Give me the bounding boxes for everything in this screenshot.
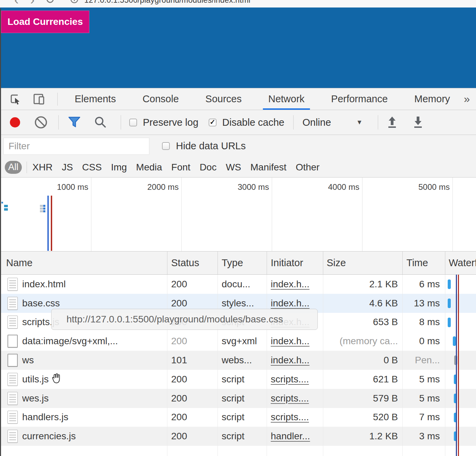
back-icon[interactable]: ‹	[14, 0, 19, 6]
column-divider[interactable]	[218, 252, 218, 274]
rendered-page: Load Currencies	[0, 7, 476, 88]
search-button[interactable]	[93, 115, 108, 130]
network-filter-input[interactable]	[3, 138, 149, 155]
preserve-log-checkbox[interactable]	[129, 119, 137, 126]
export-har-button[interactable]	[412, 115, 425, 130]
disable-cache-label[interactable]: Disable cache	[222, 117, 284, 128]
inspect-element-button[interactable]	[9, 93, 22, 106]
gridline	[181, 178, 182, 251]
column-divider[interactable]	[445, 252, 445, 274]
load-event-line	[51, 196, 52, 251]
devtools-tabs: Elements Console Sources Network Perform…	[72, 88, 453, 110]
tab-memory[interactable]: Memory	[412, 88, 453, 110]
tick-label: 2000 ms	[141, 182, 179, 192]
type-filter-ws[interactable]: WS	[226, 162, 241, 173]
col-header-time[interactable]: Time	[406, 252, 443, 274]
type-filter-other[interactable]: Other	[296, 162, 319, 173]
type-filter-media[interactable]: Media	[136, 162, 162, 173]
col-header-status[interactable]: Status	[171, 252, 215, 274]
initiator-link[interactable]: scripts....	[271, 374, 309, 385]
request-row[interactable]: handlers.js 200 script scripts.... 520 B…	[0, 408, 476, 427]
col-header-size[interactable]: Size	[327, 252, 400, 274]
request-status: 200	[171, 275, 215, 294]
col-header-initiator[interactable]: Initiator	[271, 252, 321, 274]
caret-down-icon[interactable]: ▼	[356, 119, 363, 126]
more-tabs-chevron-icon[interactable]: »	[464, 93, 470, 105]
preserve-log-label[interactable]: Preserve log	[143, 117, 198, 128]
request-size: 520 B	[323, 408, 398, 427]
record-icon[interactable]	[10, 117, 20, 127]
initiator-link[interactable]: index.h...	[271, 336, 310, 347]
overview-request-mark	[4, 205, 8, 207]
col-header-type[interactable]: Type	[222, 252, 264, 274]
request-status: 200	[171, 408, 215, 427]
document-icon	[8, 297, 18, 310]
col-header-waterfall[interactable]: Waterfall	[449, 252, 476, 274]
initiator-link[interactable]: scripts....	[271, 393, 309, 404]
screenshot-root: ‹ › 127.0.0.1:5500/playground/modules/in…	[0, 0, 476, 456]
hide-data-urls-label[interactable]: Hide data URLs	[176, 140, 246, 152]
type-filter-img[interactable]: Img	[111, 162, 127, 173]
tab-console[interactable]: Console	[140, 88, 181, 110]
type-filter-css[interactable]: CSS	[82, 162, 102, 173]
request-status: 200	[171, 427, 215, 446]
request-row[interactable]: index.html 200 docu... index.h... 2.1 KB…	[0, 275, 476, 294]
browser-address-bar: ‹ › 127.0.0.1:5500/playground/modules/in…	[0, 0, 476, 7]
download-icon	[412, 115, 425, 130]
tick-label: 3000 ms	[232, 182, 269, 192]
tab-elements[interactable]: Elements	[72, 88, 119, 110]
col-header-name[interactable]: Name	[6, 252, 163, 274]
tab-sources[interactable]: Sources	[203, 88, 244, 110]
device-toolbar-button[interactable]	[32, 93, 46, 106]
initiator-link[interactable]: index.h...	[271, 279, 310, 290]
request-row[interactable]: currencies.js 200 script handler... 1.2 …	[0, 427, 476, 446]
clear-button[interactable]	[34, 115, 48, 130]
hide-data-urls-checkbox[interactable]	[162, 142, 170, 150]
request-row[interactable]: utils.js 200 script scripts.... 621 B 5 …	[0, 370, 476, 389]
column-divider[interactable]	[267, 252, 267, 274]
url-text[interactable]: 127.0.0.1:5500/playground/modules/index.…	[84, 0, 250, 5]
waterfall-bar	[454, 431, 457, 441]
timeline-overview[interactable]: 1000 ms 2000 ms 3000 ms 4000 ms 5000 ms	[0, 178, 476, 252]
load-currencies-button[interactable]: Load Currencies	[1, 11, 89, 33]
request-row[interactable]: ws 101 webs... index.h... 0 B Pen...	[0, 351, 476, 370]
tab-performance[interactable]: Performance	[328, 88, 390, 110]
initiator-link[interactable]: handler...	[271, 431, 310, 442]
disable-cache-checkbox[interactable]	[209, 119, 217, 126]
request-size: 1.2 KB	[323, 427, 398, 446]
initiator-link[interactable]: scripts....	[271, 412, 309, 423]
overview-request-mark	[40, 210, 45, 212]
site-info-icon[interactable]	[70, 0, 79, 5]
column-divider[interactable]	[402, 252, 403, 274]
gridline	[91, 178, 91, 251]
initiator-link[interactable]: index.h...	[271, 298, 310, 309]
column-divider[interactable]	[323, 252, 323, 274]
type-filter-doc[interactable]: Doc	[199, 162, 217, 173]
filter-toggle-button[interactable]	[68, 116, 81, 128]
type-filter-manifest[interactable]: Manifest	[250, 162, 286, 173]
request-type: script	[222, 408, 264, 427]
request-time: 3 ms	[402, 427, 440, 446]
request-name: ws	[22, 355, 34, 366]
request-name: currencies.js	[22, 431, 76, 442]
forward-icon[interactable]: ›	[30, 0, 35, 6]
request-time: 13 ms	[402, 294, 440, 313]
column-divider[interactable]	[167, 252, 167, 274]
type-filter-xhr[interactable]: XHR	[32, 162, 53, 173]
request-size: 2.1 KB	[323, 275, 398, 294]
tick-label: 5000 ms	[412, 182, 450, 192]
reload-icon[interactable]	[45, 0, 55, 5]
request-time: 8 ms	[402, 313, 440, 332]
throttling-select[interactable]: Online	[302, 117, 331, 128]
type-filter-js[interactable]: JS	[62, 162, 73, 173]
request-row[interactable]: wes.js 200 script scripts.... 579 B 5 ms	[0, 389, 476, 408]
import-har-button[interactable]	[386, 115, 399, 130]
request-time: 5 ms	[402, 370, 440, 389]
request-row[interactable]: data:image/svg+xml,... 200 svg+xml index…	[0, 332, 476, 351]
request-type: docu...	[222, 275, 264, 294]
document-icon	[8, 316, 18, 329]
type-filter-font[interactable]: Font	[171, 162, 190, 173]
type-filter-all[interactable]: All	[5, 161, 22, 174]
tab-network[interactable]: Network	[266, 88, 307, 110]
initiator-link[interactable]: index.h...	[271, 355, 310, 366]
